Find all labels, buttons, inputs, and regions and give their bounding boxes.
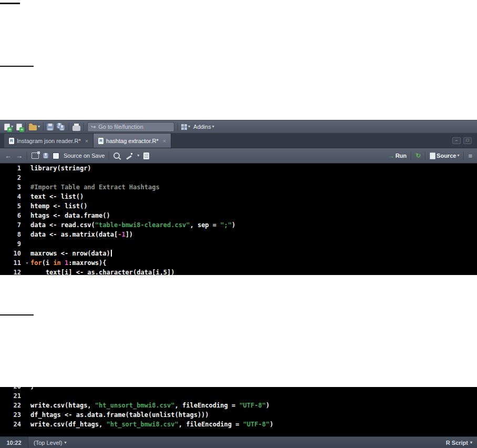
code-line[interactable]: 12 text[i] <- as.character(data[i,5]) [0,268,477,275]
file-type-selector[interactable]: R Script ▾ [446,440,472,446]
code-line[interactable]: 1library(stringr) [0,164,477,173]
code-editor-empty-space[interactable] [0,429,477,436]
file-type-label: R Script [446,440,468,446]
save-icon[interactable] [43,153,48,158]
chevron-down-icon[interactable]: ▾ [38,125,40,129]
toolbar-separator [425,151,426,160]
line-number: 3 [0,182,24,192]
toolbar-separator [411,151,411,160]
code-line[interactable]: 4text <- list() [0,192,477,201]
code-text: #Import Table and Extract Hashtags [30,182,160,192]
line-number: 22 [0,401,24,410]
chevron-down-icon: ▾ [212,125,214,129]
new-project-button[interactable]: + [16,124,22,130]
code-line[interactable]: 9 [0,239,477,249]
plus-glyph: + [7,127,12,132]
pane-window-controls: – □ [452,137,472,144]
document-page: + ▾ + ▾ ↪ [0,0,477,448]
maximize-pane-button[interactable]: □ [463,137,472,144]
code-line[interactable]: 2 [0,173,477,182]
code-line[interactable]: 7data <- read.csv("table-bmwi8-cleared.c… [0,220,477,230]
code-line[interactable]: 20} [0,387,477,391]
code-tools-wand-icon[interactable] [126,152,133,159]
fold-gutter [24,173,30,182]
source-on-save-checkbox[interactable] [53,152,59,159]
code-line[interactable]: 24write.csv(df_htags, "ht_sort_bmwi8.csv… [0,420,477,429]
source-on-save-label: Source on Save [64,152,105,159]
line-number: 2 [0,173,24,182]
code-text: text[i] <- as.character(data[i,5]) [30,268,175,275]
fold-gutter [24,249,30,258]
line-number: 5 [0,201,24,211]
line-number: 10 [0,249,24,258]
run-button[interactable]: → Run [388,152,407,160]
addins-grid-button[interactable]: ▾ [181,124,190,130]
open-file-button[interactable]: ▾ [29,124,40,130]
save-all-button[interactable] [57,123,66,131]
fold-gutter [24,268,30,275]
code-line[interactable]: 21 [0,391,477,401]
chevron-down-icon[interactable]: ▾ [457,154,459,158]
page-rule-lower [0,314,34,315]
rerun-previous-icon[interactable]: ↻ [416,152,421,159]
close-icon[interactable]: × [85,138,88,144]
open-folder-icon [29,125,37,130]
toolbar-separator [463,151,464,160]
fold-gutter [24,391,30,401]
main-toolbar: + ▾ + ▾ ↪ [0,120,477,134]
code-text: htemp <- list() [30,201,87,211]
tab-instagram-json-reader[interactable]: R Instagram json reader.R* × [4,134,94,148]
scope-label: (Top Level) [34,440,62,446]
line-number: 23 [0,410,24,420]
fold-toggle-icon[interactable]: ▾ [24,258,30,268]
source-doc-icon [430,152,435,159]
code-editor[interactable]: 20}2122write.csv(htags, "ht_unsort_bmwi8… [0,387,477,429]
chevron-down-icon[interactable]: ▾ [188,125,190,129]
cursor-position[interactable]: 10:22 [0,437,28,448]
rstudio-screenshot-bottom: 20}2122write.csv(htags, "ht_unsort_bmwi8… [0,387,477,448]
code-text: df_htags <- as.data.frame(table(unlist(h… [30,410,209,420]
line-number: 8 [0,230,24,239]
toolbar-separator [27,151,27,160]
open-in-new-window-icon[interactable] [32,152,39,159]
code-text: write.csv(htags, "ht_unsort_bmwi8.csv", … [30,401,269,410]
tab-hashtag-extractor[interactable]: R hashtag extractor.R* × [94,134,171,148]
goto-file-function-input[interactable] [98,124,160,130]
compile-report-icon[interactable] [143,152,149,159]
forward-button[interactable]: → [16,152,23,160]
source-label: Source [437,152,456,159]
print-icon [72,126,80,131]
code-line[interactable]: 10maxrows <- nrow(data) [0,249,477,258]
code-line[interactable]: 11▾for(i in 1:maxrows){ [0,258,477,268]
document-outline-icon[interactable]: ≡ [468,152,472,160]
close-icon[interactable]: × [163,138,166,144]
fold-gutter [24,239,30,249]
plus-glyph: + [19,127,24,132]
code-line[interactable]: 8data <- as.matrix(data[-1]) [0,230,477,239]
page-rule-middle [0,66,34,67]
source-button[interactable]: Source ▾ [430,152,459,159]
minimize-pane-button[interactable]: – [452,137,461,144]
scope-selector[interactable]: (Top Level) ▾ [34,440,66,446]
fold-gutter [24,230,30,239]
save-button[interactable] [47,124,54,130]
line-number: 24 [0,420,24,429]
code-line[interactable]: 22write.csv(htags, "ht_unsort_bmwi8.csv"… [0,401,477,410]
rstudio-screenshot-top: + ▾ + ▾ ↪ [0,120,477,275]
back-button[interactable]: ← [5,152,12,160]
code-line[interactable]: 23df_htags <- as.data.frame(table(unlist… [0,410,477,420]
code-text: htags <- data.frame() [30,211,110,220]
code-editor[interactable]: 1library(stringr)23#Import Table and Ext… [0,164,477,275]
new-file-button[interactable]: + ▾ [4,124,13,130]
chevron-down-icon[interactable]: ▾ [137,154,139,158]
print-button[interactable] [72,123,80,131]
code-line[interactable]: 6htags <- data.frame() [0,211,477,220]
code-line[interactable]: 5htemp <- list() [0,201,477,211]
fold-gutter [24,182,30,192]
editor-tab-bar: R Instagram json reader.R* × R hashtag e… [0,134,477,148]
line-number: 9 [0,239,24,249]
find-replace-icon[interactable] [113,152,120,159]
addins-menu[interactable]: Addins ▾ [193,124,214,130]
goto-file-function-box[interactable]: ↪ [87,122,174,132]
code-line[interactable]: 3#Import Table and Extract Hashtags [0,182,477,192]
